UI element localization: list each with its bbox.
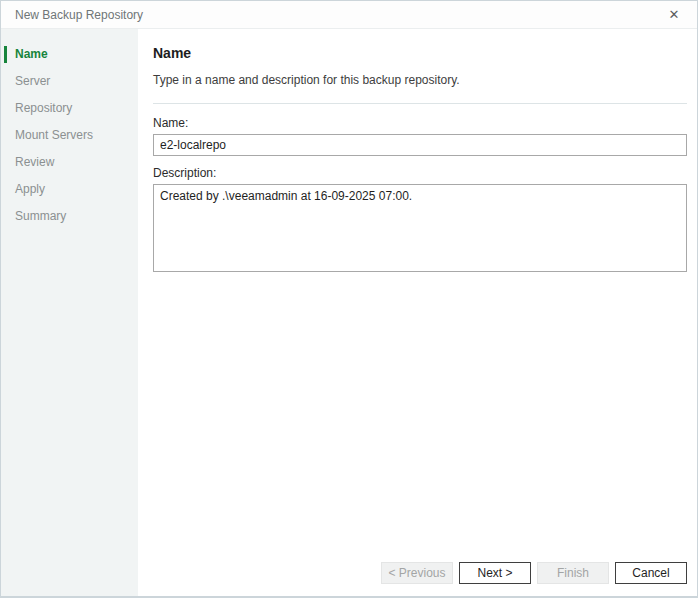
sidebar-step-label: Server bbox=[15, 74, 50, 88]
sidebar-step-label: Summary bbox=[15, 209, 66, 223]
next-button[interactable]: Next > bbox=[459, 562, 531, 584]
wizard-footer: < Previous Next > Finish Cancel bbox=[375, 562, 687, 584]
sidebar-step-mount-servers: Mount Servers bbox=[1, 122, 138, 149]
sidebar-step-label: Name bbox=[15, 47, 48, 61]
sidebar-step-server: Server bbox=[1, 68, 138, 95]
sidebar-step-review: Review bbox=[1, 149, 138, 176]
previous-button: < Previous bbox=[381, 562, 453, 584]
page-title: Name bbox=[153, 45, 687, 61]
main-content: Name Type in a name and description for … bbox=[138, 29, 697, 596]
separator bbox=[153, 103, 687, 104]
description-textarea[interactable]: Created by .\veeamadmin at 16-09-2025 07… bbox=[153, 184, 687, 272]
name-input[interactable] bbox=[153, 134, 687, 156]
name-field-label: Name: bbox=[153, 116, 687, 130]
window-title: New Backup Repository bbox=[15, 8, 663, 22]
close-icon[interactable]: ✕ bbox=[663, 4, 685, 26]
sidebar-step-name: Name bbox=[1, 41, 138, 68]
wizard-steps-sidebar: NameServerRepositoryMount ServersReviewA… bbox=[1, 29, 138, 596]
finish-button: Finish bbox=[537, 562, 609, 584]
sidebar-step-label: Repository bbox=[15, 101, 72, 115]
active-step-indicator bbox=[4, 46, 7, 63]
titlebar: New Backup Repository ✕ bbox=[1, 1, 697, 29]
sidebar-step-label: Review bbox=[15, 155, 54, 169]
sidebar-step-label: Apply bbox=[15, 182, 45, 196]
sidebar-step-repository: Repository bbox=[1, 95, 138, 122]
cancel-button[interactable]: Cancel bbox=[615, 562, 687, 584]
new-backup-repository-dialog: New Backup Repository ✕ NameServerReposi… bbox=[0, 0, 698, 598]
description-field-label: Description: bbox=[153, 166, 687, 180]
dialog-body: NameServerRepositoryMount ServersReviewA… bbox=[1, 29, 697, 596]
sidebar-step-apply: Apply bbox=[1, 176, 138, 203]
sidebar-step-label: Mount Servers bbox=[15, 128, 93, 142]
page-subtitle: Type in a name and description for this … bbox=[153, 73, 687, 87]
sidebar-step-summary: Summary bbox=[1, 203, 138, 230]
